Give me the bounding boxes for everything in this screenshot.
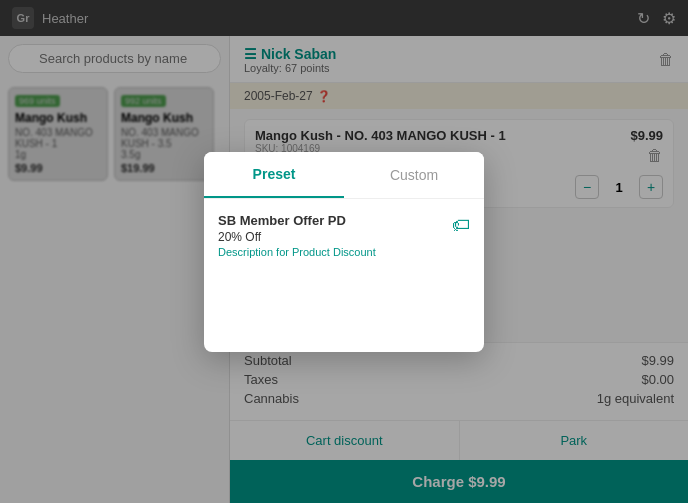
discount-modal: Preset Custom SB Member Offer PD 20% Off… — [204, 152, 484, 352]
modal-overlay: Preset Custom SB Member Offer PD 20% Off… — [0, 0, 688, 503]
tab-preset[interactable]: Preset — [204, 152, 344, 198]
offer-info: SB Member Offer PD 20% Off Description f… — [218, 213, 444, 258]
modal-tabs: Preset Custom — [204, 152, 484, 199]
offer-row: SB Member Offer PD 20% Off Description f… — [218, 213, 470, 258]
tab-custom[interactable]: Custom — [344, 152, 484, 198]
offer-desc: Description for Product Discount — [218, 246, 444, 258]
offer-pct: 20% Off — [218, 230, 444, 244]
tag-icon: 🏷 — [452, 215, 470, 236]
offer-name: SB Member Offer PD — [218, 213, 444, 228]
modal-content: SB Member Offer PD 20% Off Description f… — [204, 199, 484, 272]
